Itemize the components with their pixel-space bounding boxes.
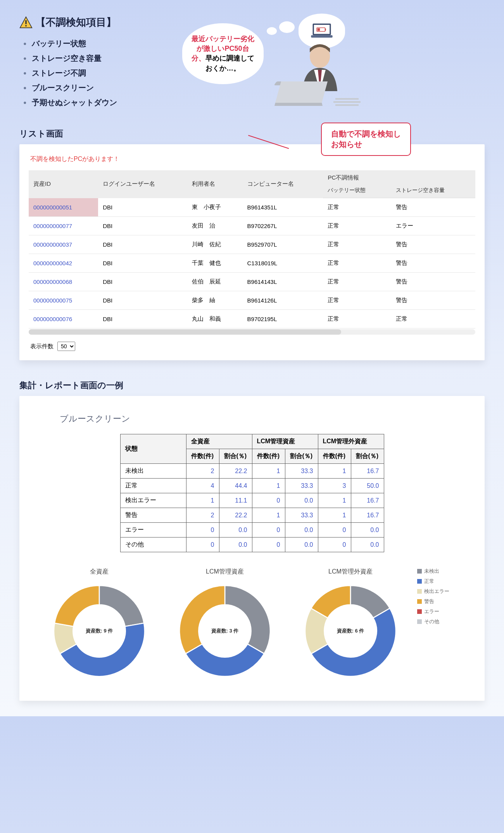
stat-col-group: 全資産 bbox=[186, 434, 252, 449]
donut-chart-all: 全資産 資産数: 9 件 bbox=[40, 568, 158, 681]
stat-label: エラー bbox=[120, 523, 186, 537]
stat-value: 3 bbox=[318, 479, 351, 493]
stat-table: 状態 全資産 LCM管理資産 LCM管理外資産 件数(件) 割合(％) 件数(件… bbox=[120, 434, 384, 552]
svg-rect-2 bbox=[25, 25, 26, 26]
stat-col-count: 件数(件) bbox=[186, 449, 219, 464]
svg-rect-4 bbox=[314, 25, 330, 34]
stat-value: 0 bbox=[318, 537, 351, 552]
cell-login: DBI bbox=[98, 291, 187, 310]
stat-value: 33.3 bbox=[285, 508, 318, 523]
horizontal-scrollbar[interactable] bbox=[29, 329, 475, 335]
svg-rect-7 bbox=[318, 28, 320, 31]
cell-login: DBI bbox=[98, 254, 187, 273]
cell-computer: C1318019L bbox=[243, 254, 323, 273]
col-login-user[interactable]: ログインユーザー名 bbox=[98, 170, 187, 198]
cell-user: 千葉 健也 bbox=[187, 254, 243, 273]
thought-bubble: 最近バッテリー劣化が激しいPC50台分、早めに調達しておくか…。 bbox=[182, 23, 264, 84]
svg-marker-12 bbox=[274, 103, 323, 106]
cell-battery: 正常 bbox=[323, 291, 391, 310]
stat-value: 22.2 bbox=[219, 464, 252, 479]
svg-marker-11 bbox=[275, 81, 328, 103]
detection-item: ブルースクリーン bbox=[23, 80, 167, 95]
cell-login: DBI bbox=[98, 217, 187, 235]
table-row[interactable]: 000000000068DBI佐伯 辰延B9614143L正常警告 bbox=[29, 273, 475, 291]
table-row[interactable]: 000000000077DBI友田 治B9702267L正常エラー bbox=[29, 217, 475, 235]
col-computer-name[interactable]: コンピューター名 bbox=[243, 170, 323, 198]
table-row[interactable]: 000000000051DBI東 小夜子B9614351L正常警告 bbox=[29, 198, 475, 217]
stat-value: 0.0 bbox=[351, 523, 384, 537]
stat-label: 正常 bbox=[120, 479, 186, 493]
stat-value: 33.3 bbox=[285, 464, 318, 479]
col-pc-fault[interactable]: PC不調情報 bbox=[323, 170, 475, 185]
cell-storage: 警告 bbox=[391, 254, 475, 273]
asset-id-link[interactable]: 000000000076 bbox=[33, 316, 72, 322]
page-size-select[interactable]: 50 bbox=[57, 342, 75, 351]
detection-block: 【不調検知項目】 バッテリー状態 ストレージ空き容量 ストレージ不調 ブルースク… bbox=[19, 16, 167, 110]
cell-storage: 警告 bbox=[391, 198, 475, 217]
stat-label: その他 bbox=[120, 537, 186, 552]
stat-value: 22.2 bbox=[219, 508, 252, 523]
legend-item: その他 bbox=[417, 618, 464, 625]
asset-id-link[interactable]: 000000000051 bbox=[33, 204, 72, 211]
cell-battery: 正常 bbox=[323, 273, 391, 291]
stat-value: 0 bbox=[186, 537, 219, 552]
legend-item: 検出エラー bbox=[417, 588, 464, 595]
cell-user: 佐伯 辰延 bbox=[187, 273, 243, 291]
cell-user: 友田 治 bbox=[187, 217, 243, 235]
col-storage[interactable]: ストレージ空き容量 bbox=[391, 185, 475, 198]
asset-id-link[interactable]: 000000000075 bbox=[33, 297, 72, 304]
asset-id-link[interactable]: 000000000037 bbox=[33, 241, 72, 248]
stat-value: 33.3 bbox=[285, 479, 318, 493]
cell-computer: B9614126L bbox=[243, 291, 323, 310]
cell-user: 丸山 和義 bbox=[187, 310, 243, 328]
detection-list: バッテリー状態 ストレージ空き容量 ストレージ不調 ブルースクリーン 予期せぬシ… bbox=[19, 36, 167, 110]
asset-table: 資産ID ログインユーザー名 利用者名 コンピューター名 PC不調情報 バッテリ… bbox=[29, 170, 475, 328]
stat-row: 検出エラー111.100.0116.7 bbox=[120, 493, 384, 508]
asset-id-link[interactable]: 000000000042 bbox=[33, 260, 72, 266]
stat-value: 0 bbox=[318, 523, 351, 537]
cell-login: DBI bbox=[98, 310, 187, 328]
svg-rect-13 bbox=[335, 98, 359, 100]
stat-value: 16.7 bbox=[351, 508, 384, 523]
legend-item: 正常 bbox=[417, 578, 464, 585]
cell-computer: B9702195L bbox=[243, 310, 323, 328]
col-asset-id[interactable]: 資産ID bbox=[29, 170, 98, 198]
table-row[interactable]: 000000000042DBI千葉 健也C1318019L正常警告 bbox=[29, 254, 475, 273]
col-user-name[interactable]: 利用者名 bbox=[187, 170, 243, 198]
stat-value: 1 bbox=[186, 493, 219, 508]
stat-col-pct: 割合(％) bbox=[219, 449, 252, 464]
stat-col-count: 件数(件) bbox=[252, 449, 285, 464]
stat-value: 4 bbox=[186, 479, 219, 493]
stat-value: 2 bbox=[186, 508, 219, 523]
asset-id-link[interactable]: 000000000077 bbox=[33, 223, 72, 229]
stat-row: 正常444.4133.3350.0 bbox=[120, 479, 384, 493]
table-row[interactable]: 000000000076DBI丸山 和義B9702195L正常正常 bbox=[29, 310, 475, 328]
col-battery[interactable]: バッテリー状態 bbox=[323, 185, 391, 198]
stat-label: 検出エラー bbox=[120, 493, 186, 508]
cell-computer: B9614143L bbox=[243, 273, 323, 291]
stat-value: 0 bbox=[252, 537, 285, 552]
svg-rect-8 bbox=[325, 29, 326, 31]
stat-value: 0.0 bbox=[219, 523, 252, 537]
thought-dot-icon bbox=[267, 27, 277, 35]
thought-dot-icon bbox=[279, 21, 295, 33]
pager-label: 表示件数 bbox=[30, 343, 54, 350]
stat-value: 0.0 bbox=[285, 523, 318, 537]
svg-rect-1 bbox=[25, 20, 26, 24]
chart-legend: 未検出正常検出エラー警告エラーその他 bbox=[417, 568, 464, 628]
cell-battery: 正常 bbox=[323, 235, 391, 254]
stat-label: 未検出 bbox=[120, 464, 186, 479]
asset-id-link[interactable]: 000000000068 bbox=[33, 278, 72, 285]
stat-row: エラー00.000.000.0 bbox=[120, 523, 384, 537]
cell-computer: B9702267L bbox=[243, 217, 323, 235]
stat-col-state: 状態 bbox=[120, 434, 186, 464]
stat-label: 警告 bbox=[120, 508, 186, 523]
stat-col-group: LCM管理資産 bbox=[252, 434, 318, 449]
report-panel: ブルースクリーン 状態 全資産 LCM管理資産 LCM管理外資産 件数(件) 割… bbox=[19, 396, 485, 701]
detection-title: 【不調検知項目】 bbox=[36, 16, 116, 29]
stat-value: 1 bbox=[318, 493, 351, 508]
table-row[interactable]: 000000000075DBI柴多 紬B9614126L正常警告 bbox=[29, 291, 475, 310]
table-row[interactable]: 000000000037DBI川崎 佐紀B9529707L正常警告 bbox=[29, 235, 475, 254]
svg-rect-14 bbox=[333, 101, 361, 103]
donut-chart-nonlcm: LCM管理外資産 資産数: 6 件 bbox=[292, 568, 409, 681]
